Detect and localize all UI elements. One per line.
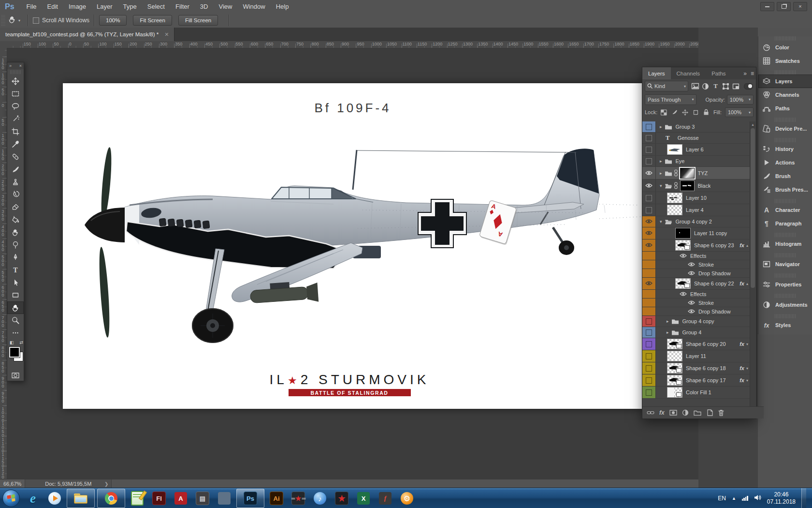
- lock-artboard-icon[interactable]: [693, 109, 699, 116]
- ellipsis-tool[interactable]: [7, 327, 24, 339]
- layer-row[interactable]: ▾Black: [642, 179, 755, 192]
- collapse-panel-icon[interactable]: »: [743, 70, 747, 77]
- shape-thumbnail[interactable]: [667, 363, 682, 374]
- layer-name[interactable]: Shape 6 copy 18: [686, 365, 726, 371]
- layer-thumbnail[interactable]: [667, 351, 682, 361]
- visibility-toggle[interactable]: [646, 365, 652, 372]
- collapse-group-icon[interactable]: ▾: [660, 219, 662, 224]
- taskbar-settings-gear[interactable]: ⚙: [397, 489, 417, 508]
- effects-label[interactable]: Effects: [690, 253, 706, 259]
- clock[interactable]: 20:46 07.11.2018: [767, 491, 796, 506]
- taskbar-excel[interactable]: X: [354, 489, 373, 508]
- rect-marquee-tool[interactable]: [7, 88, 24, 100]
- lock-position-icon[interactable]: [682, 109, 688, 116]
- quick-mask-button[interactable]: [7, 370, 24, 381]
- menu-window[interactable]: Window: [237, 0, 270, 13]
- shape-thumbnail[interactable]: [675, 240, 691, 251]
- show-desktop-button[interactable]: [801, 488, 806, 508]
- menu-help[interactable]: Help: [271, 0, 294, 13]
- spot-healing-tool[interactable]: [7, 150, 24, 163]
- type-tool[interactable]: T: [7, 264, 24, 276]
- menu-select[interactable]: Select: [142, 0, 170, 13]
- layer-row[interactable]: Layer 6: [642, 144, 755, 156]
- layer-name[interactable]: Genosse: [678, 135, 699, 141]
- document-size-field[interactable]: Doc: 5,93M/195,5M ❯: [25, 479, 112, 488]
- current-tool-hand[interactable]: ▾: [5, 15, 23, 25]
- layer-style-fx-icon[interactable]: fx: [659, 409, 665, 416]
- dock-grip[interactable]: [775, 233, 796, 237]
- visibility-toggle[interactable]: [646, 147, 652, 153]
- visibility-toggle[interactable]: [646, 124, 652, 130]
- layer-row[interactable]: Layer 11: [642, 350, 755, 362]
- layer-row[interactable]: ▸Group 4: [642, 327, 755, 338]
- new-adjustment-icon[interactable]: [682, 409, 689, 416]
- shape-thumbnail[interactable]: [675, 278, 691, 289]
- expand-group-icon[interactable]: ▸: [660, 171, 662, 176]
- quick-selection-tool[interactable]: [7, 113, 24, 125]
- fx-badge[interactable]: fx: [740, 377, 744, 383]
- dock-panel-device-preview[interactable]: Device Pre...: [758, 122, 812, 135]
- mask-link-icon[interactable]: [674, 169, 678, 177]
- layer-row[interactable]: Shape 6 copy 22fx▴: [642, 278, 755, 290]
- visibility-toggle[interactable]: [646, 195, 652, 201]
- document-tab[interactable]: teamplate_bf109_contest.psd @ 66,7% (TYZ…: [0, 28, 174, 41]
- dock-grip[interactable]: [775, 253, 796, 257]
- zoom-tool[interactable]: [7, 314, 24, 327]
- effect-eye-icon[interactable]: [688, 271, 695, 275]
- dock-panel-channels[interactable]: Channels: [758, 88, 812, 102]
- lock-all-icon[interactable]: [703, 109, 709, 116]
- fx-expand-icon[interactable]: ▾: [746, 366, 748, 371]
- taskbar-flash-fl[interactable]: Fl: [149, 489, 169, 508]
- layers-scrollbar[interactable]: ▴: [750, 121, 755, 407]
- layer-thumbnail[interactable]: [667, 193, 682, 203]
- layer-thumbnail[interactable]: [675, 228, 691, 239]
- eyedropper-tool[interactable]: [7, 138, 24, 150]
- dock-grip[interactable]: [775, 36, 796, 41]
- layer-row[interactable]: ▸Group 3: [642, 121, 755, 133]
- layer-name[interactable]: Shape 6 copy 17: [686, 377, 726, 383]
- tab-layers[interactable]: Layers: [642, 67, 671, 79]
- scroll-up-icon[interactable]: ▴: [750, 121, 755, 127]
- eraser-tool[interactable]: [7, 201, 24, 213]
- delete-layer-icon[interactable]: [718, 409, 725, 416]
- new-group-icon[interactable]: [694, 410, 701, 416]
- panel-menu-icon[interactable]: ≡: [751, 70, 754, 77]
- layer-name[interactable]: Layer 4: [686, 207, 704, 213]
- crop-tool[interactable]: [7, 125, 24, 138]
- dock-panel-adjustments[interactable]: Adjustments: [758, 298, 812, 312]
- dock-grip[interactable]: [775, 70, 796, 75]
- layer-row[interactable]: Shape 6 copy 23fx▴: [642, 239, 755, 252]
- taskbar-calculator[interactable]: [215, 489, 234, 508]
- path-selection-tool[interactable]: [7, 276, 24, 289]
- rectangle-tool[interactable]: [7, 289, 24, 301]
- layer-row[interactable]: ▸Group 4 copy: [642, 316, 755, 327]
- expand-group-icon[interactable]: ▸: [667, 319, 669, 324]
- visibility-toggle[interactable]: [646, 207, 652, 213]
- filter-pixel-layers-icon[interactable]: [691, 82, 700, 91]
- layer-name[interactable]: Group 3: [676, 124, 695, 130]
- lock-pixels-icon[interactable]: [671, 109, 678, 116]
- filter-toggle[interactable]: [744, 83, 753, 90]
- dock-panel-brush-panel[interactable]: Brush: [758, 169, 812, 183]
- fill-thumbnail[interactable]: [667, 387, 682, 398]
- layer-row[interactable]: Stroke: [642, 260, 755, 269]
- scroll-all-windows-option[interactable]: Scroll All Windows: [33, 17, 89, 24]
- visibility-eye-icon[interactable]: [645, 230, 652, 236]
- effect-label[interactable]: Stroke: [698, 262, 714, 268]
- menu-3d[interactable]: 3D: [195, 0, 214, 13]
- dock-panel-character[interactable]: ACharacter: [758, 203, 812, 217]
- layer-row[interactable]: Effects: [642, 290, 755, 299]
- taskbar-start[interactable]: [1, 489, 21, 508]
- visibility-toggle[interactable]: [646, 353, 652, 359]
- fill-field[interactable]: 100% ▾: [725, 107, 754, 117]
- tab-channels[interactable]: Channels: [671, 67, 706, 79]
- dock-panel-layers[interactable]: Layers: [758, 75, 812, 88]
- swap-colors-icon[interactable]: ⇄: [19, 340, 23, 346]
- restore-button[interactable]: [777, 2, 791, 11]
- close-button[interactable]: ×: [793, 2, 807, 11]
- layer-mask-thumbnail[interactable]: [680, 168, 695, 179]
- brush-tool[interactable]: [7, 163, 24, 176]
- visibility-toggle[interactable]: [646, 318, 652, 325]
- effect-eye-icon[interactable]: [688, 309, 695, 314]
- layer-row[interactable]: ▸Eye: [642, 156, 755, 167]
